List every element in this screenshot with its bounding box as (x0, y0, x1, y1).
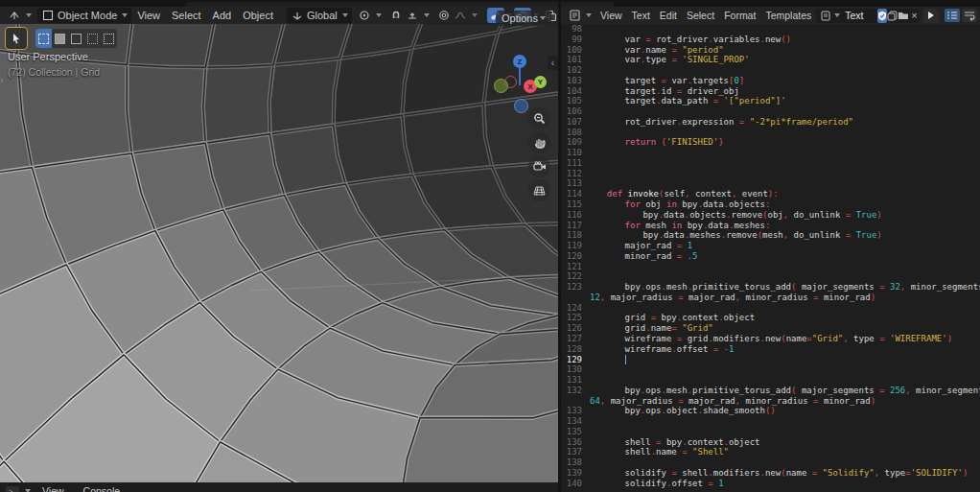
pivot-point-dropdown[interactable] (354, 8, 385, 23)
te-menu-text[interactable]: Text (627, 9, 655, 22)
mode-label: Object Mode (58, 10, 117, 21)
chevron-down-icon (834, 13, 840, 17)
gizmo-axis-neg-x[interactable] (504, 76, 517, 88)
window-topbar (0, 0, 980, 7)
pivot-point-icon (358, 9, 371, 22)
new-text-button[interactable] (887, 9, 898, 23)
chevron-down-icon (122, 13, 128, 17)
line-number: 133 (561, 406, 589, 416)
line-number: 119 (561, 241, 589, 251)
code-line: 127wireframe = grid.modifiers.new(name="… (561, 334, 980, 344)
perspective-toggle-button[interactable] (528, 179, 550, 201)
proportional-editing-icon (437, 9, 451, 22)
console-menu-console[interactable]: Console (76, 484, 128, 492)
unlink-text-button[interactable]: × (909, 9, 920, 23)
line-number: 109 (561, 137, 589, 148)
viewport-nav-buttons (528, 107, 550, 203)
code-line: 106 (561, 106, 980, 117)
code-line: 64, major_radius = major_rad, minor_radi… (561, 396, 980, 407)
chevron-down-icon (424, 13, 430, 17)
gizmo-axis-y[interactable]: Y (534, 76, 547, 88)
open-text-button[interactable] (898, 9, 909, 23)
3d-viewport-canvas[interactable] (0, 24, 558, 482)
select-mode-intersect[interactable] (101, 29, 117, 48)
code-area[interactable]: 9899var = rot_driver.variables.new()100v… (561, 24, 980, 492)
line-number: 112 (561, 169, 589, 179)
editor-type-button[interactable] (4, 8, 35, 23)
menu-add[interactable]: Add (207, 9, 238, 22)
word-wrap-toggle[interactable] (962, 9, 977, 22)
code-line: 137shell.name = "Shell" (561, 447, 980, 457)
magnifier-icon (533, 112, 546, 125)
code-line: 103target = var.targets[0] (561, 76, 980, 86)
zoom-button[interactable] (528, 107, 550, 129)
transform-orientation-dropdown[interactable]: Global (287, 8, 352, 23)
console-menu-view[interactable]: View (35, 484, 72, 492)
fake-user-toggle[interactable] (877, 9, 888, 23)
te-menu-edit[interactable]: Edit (655, 9, 682, 22)
line-number: 129 (561, 355, 589, 365)
code-line: 140solidify.offset = 1 (561, 479, 980, 489)
select-mode-extend[interactable] (52, 29, 68, 48)
mode-dropdown[interactable]: Object Mode (37, 8, 131, 23)
shield-check-icon (877, 11, 887, 21)
chevron-down-icon (472, 13, 478, 17)
3d-viewport: Object Mode View Select Add Object Globa… (0, 7, 558, 492)
python-console-header: >_ View Console (0, 482, 558, 492)
text-editor-type-button[interactable] (564, 8, 595, 23)
line-number: 137 (561, 447, 589, 457)
options-dropdown[interactable]: Options (496, 11, 551, 26)
line-number: 139 (561, 468, 589, 479)
select-mode-set[interactable] (35, 29, 52, 48)
line-number: 111 (561, 158, 589, 169)
gizmo-axis-neg-z[interactable] (514, 99, 528, 113)
3d-viewport-editor-icon (8, 9, 21, 22)
menu-view[interactable]: View (131, 9, 166, 22)
gizmo-axis-z[interactable]: Z (513, 55, 526, 68)
line-number: 110 (561, 148, 589, 158)
chevron-down-icon (342, 13, 348, 17)
code-line: 102 (561, 65, 980, 76)
pan-button[interactable] (528, 131, 550, 153)
cursor-icon (11, 33, 22, 44)
text-editor: View Text Edit Select Format Templates T… (561, 7, 980, 492)
line-number: 100 (561, 45, 589, 56)
te-menu-format[interactable]: Format (719, 9, 760, 22)
view-perspective-label: User Perspective (8, 51, 88, 62)
line-number: 105 (561, 96, 589, 106)
te-menu-templates[interactable]: Templates (760, 9, 816, 22)
te-menu-select[interactable]: Select (682, 9, 719, 22)
code-line: 105target.data_path = '["period"]' (561, 96, 980, 106)
proportional-editing-group[interactable] (433, 8, 481, 23)
code-line: 129 (561, 355, 980, 365)
editor-divider[interactable] (558, 0, 561, 492)
code-line: 131 (561, 375, 980, 386)
datablock-name[interactable]: Text (843, 10, 876, 21)
console-editor-icon[interactable]: >_ (6, 486, 19, 492)
active-tool-select-box[interactable] (5, 27, 28, 50)
folder-icon (898, 11, 909, 20)
select-mode-subtract[interactable] (68, 29, 84, 48)
line-number: 114 (561, 189, 589, 199)
menu-select[interactable]: Select (166, 9, 207, 22)
code-line: 100var.name = "period" (561, 45, 980, 56)
chevron-down-icon (586, 13, 592, 17)
line-numbers-toggle[interactable] (945, 9, 960, 22)
line-number: 131 (561, 375, 589, 386)
code-line: 132bpy.ops.mesh.primitive_torus_add( maj… (561, 386, 980, 396)
camera-view-button[interactable] (528, 155, 550, 177)
code-line: 107rot_driver.expression = "-2*pi*frame/… (561, 117, 980, 128)
code-line: 120minor_rad = .5 (561, 251, 980, 262)
te-menu-view[interactable]: View (595, 9, 627, 22)
menu-object[interactable]: Object (237, 9, 279, 22)
navigation-gizmo[interactable]: Z X Y (489, 45, 556, 117)
snapping-group[interactable] (385, 8, 433, 23)
code-line: 125grid = bpy.context.object (561, 313, 980, 323)
line-number: 117 (561, 221, 589, 231)
run-script-button[interactable] (923, 9, 939, 23)
line-number: 135 (561, 427, 589, 437)
select-mode-invert[interactable] (84, 29, 101, 48)
line-number: 116 (561, 210, 589, 221)
datablock-browse-button[interactable] (816, 9, 843, 23)
toolbar-expand-arrow[interactable]: › (0, 74, 4, 85)
